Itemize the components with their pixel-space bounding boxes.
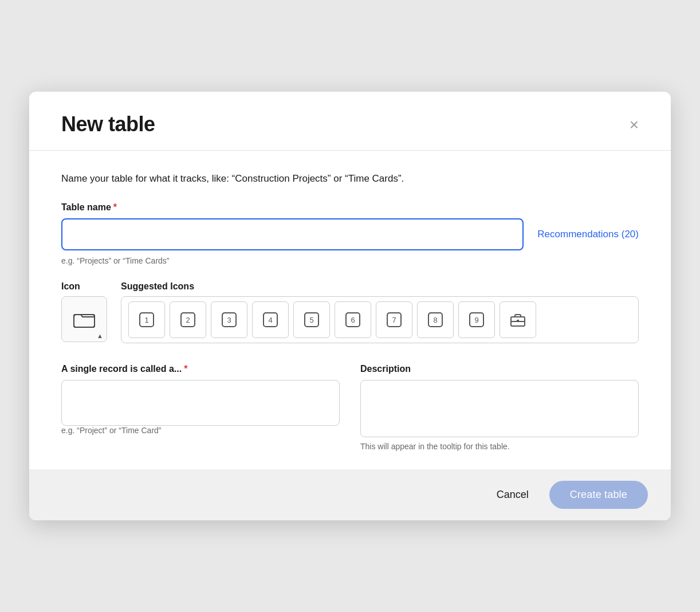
- create-table-button[interactable]: Create table: [549, 481, 648, 509]
- svg-text:7: 7: [392, 316, 396, 324]
- suggested-icon-briefcase[interactable]: [500, 301, 536, 338]
- bottom-fields: A single record is called a... * e.g. “P…: [61, 364, 639, 451]
- svg-text:4: 4: [268, 316, 272, 324]
- svg-text:1: 1: [144, 316, 148, 324]
- suggested-icon-4[interactable]: 4: [252, 301, 289, 338]
- cancel-button[interactable]: Cancel: [485, 483, 540, 507]
- suggested-icons-label: Suggested Icons: [121, 281, 639, 292]
- svg-text:2: 2: [186, 316, 190, 324]
- description-textarea[interactable]: [360, 380, 639, 437]
- table-name-label: Table name *: [61, 202, 639, 213]
- record-label: A single record is called a... *: [61, 364, 340, 374]
- dialog-footer: Cancel Create table: [29, 469, 671, 520]
- icon-arrow: ▲: [97, 332, 103, 339]
- new-table-dialog: New table × Name your table for what it …: [29, 92, 671, 520]
- folder-icon: [73, 308, 96, 331]
- suggested-icon-2[interactable]: 2: [170, 301, 206, 338]
- icon-label: Icon: [61, 281, 80, 292]
- description-label: Description: [360, 364, 639, 374]
- suggested-icons-col: Suggested Icons 1 2 3 4: [121, 281, 639, 343]
- recommendations-button[interactable]: Recommendations (20): [537, 229, 639, 240]
- suggested-icon-7[interactable]: 7: [376, 301, 412, 338]
- icon-section: Icon ▲ Suggested Icons 1: [61, 281, 639, 343]
- table-name-hint: e.g. “Projects” or “Time Cards”: [61, 256, 639, 265]
- suggested-icons-row: 1 2 3 4 5 6: [121, 296, 639, 343]
- record-field-col: A single record is called a... * e.g. “P…: [61, 364, 340, 451]
- icon-picker-button[interactable]: ▲: [61, 296, 107, 342]
- svg-text:9: 9: [474, 316, 478, 324]
- suggested-icon-5[interactable]: 5: [293, 301, 330, 338]
- dialog-header: New table ×: [29, 92, 671, 150]
- dialog-subtitle: Name your table for what it tracks, like…: [61, 171, 639, 186]
- suggested-icon-9[interactable]: 9: [458, 301, 495, 338]
- suggested-icon-1[interactable]: 1: [128, 301, 165, 338]
- dialog-title: New table: [61, 112, 155, 136]
- close-button[interactable]: ×: [625, 115, 643, 135]
- table-name-input[interactable]: [61, 218, 524, 250]
- svg-text:8: 8: [433, 316, 437, 324]
- description-field-col: Description This will appear in the tool…: [360, 364, 639, 451]
- record-hint: e.g. “Project” or “Time Card”: [61, 426, 340, 435]
- icon-label-col: Icon ▲: [61, 281, 107, 342]
- suggested-icon-6[interactable]: 6: [335, 301, 371, 338]
- record-required-star: *: [184, 364, 187, 374]
- dialog-body: Name your table for what it tracks, like…: [29, 151, 671, 469]
- table-name-row: Recommendations (20): [61, 218, 639, 250]
- svg-text:3: 3: [227, 316, 231, 324]
- suggested-icon-3[interactable]: 3: [211, 301, 247, 338]
- svg-text:6: 6: [351, 316, 355, 324]
- required-star: *: [113, 202, 117, 213]
- record-name-input[interactable]: [61, 380, 340, 426]
- svg-text:5: 5: [309, 316, 313, 324]
- description-hint: This will appear in the tooltip for this…: [360, 442, 639, 451]
- suggested-icon-8[interactable]: 8: [417, 301, 454, 338]
